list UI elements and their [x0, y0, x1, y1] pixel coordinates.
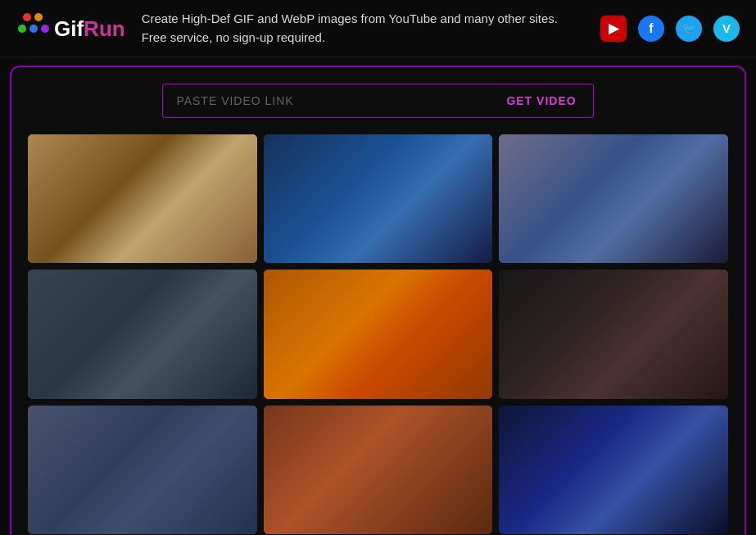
facebook-icon[interactable]: f	[638, 16, 664, 42]
video-thumbnail-8[interactable]	[264, 406, 493, 534]
header: GifRun Create High-Def GIF and WebP imag…	[0, 0, 756, 57]
video-thumbnail-3[interactable]	[499, 134, 728, 263]
video-thumbnail-1[interactable]	[28, 134, 257, 263]
vimeo-icon[interactable]: V	[713, 16, 740, 42]
logo-dot-red	[23, 13, 31, 21]
video-thumbnail-4[interactable]	[28, 270, 257, 398]
video-thumbnail-2[interactable]	[264, 134, 493, 263]
logo-dot-orange	[34, 13, 43, 21]
video-thumbnail-5[interactable]	[264, 270, 493, 398]
video-grid	[28, 134, 728, 535]
video-link-input[interactable]	[162, 84, 490, 118]
main-content: GET VIDEO	[10, 66, 746, 535]
header-description: Create High-Def GIF and WebP images from…	[142, 10, 584, 47]
logo[interactable]: GifRun	[16, 11, 125, 46]
twitter-icon[interactable]: 🐦	[676, 16, 702, 42]
search-bar: GET VIDEO	[28, 84, 728, 118]
logo-run: Run	[84, 16, 125, 41]
video-thumbnail-6[interactable]	[499, 270, 728, 398]
logo-dot-blue	[29, 25, 38, 33]
logo-gif: Gif	[54, 16, 84, 41]
get-video-button[interactable]: GET VIDEO	[490, 84, 593, 118]
social-icons: ▶ f 🐦 V	[600, 16, 740, 42]
logo-dot-green	[18, 25, 26, 33]
logo-dot-purple	[41, 25, 49, 33]
youtube-icon[interactable]: ▶	[600, 16, 627, 42]
video-thumbnail-7[interactable]	[28, 406, 257, 534]
video-thumbnail-9[interactable]	[499, 406, 728, 534]
